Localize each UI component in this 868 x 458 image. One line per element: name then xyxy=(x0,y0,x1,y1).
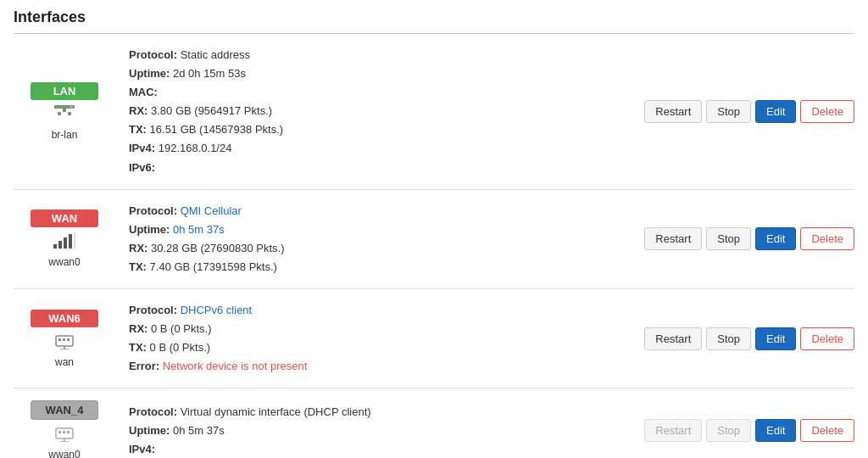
info-value: DHCPv6 client xyxy=(181,304,253,316)
restart-button-wan6[interactable]: Restart xyxy=(644,327,702,350)
svg-rect-12 xyxy=(74,232,75,249)
info-value: 7.40 GB (17391598 Pkts.) xyxy=(150,260,277,273)
interface-info-wan4: Protocol: Virtual dynamic interface (DHC… xyxy=(129,403,631,458)
interface-badge-wan4: WAN_4 xyxy=(31,400,98,420)
info-line: Uptime: 0h 5m 37s xyxy=(129,422,631,440)
delete-button-wan6[interactable]: Delete xyxy=(800,327,854,350)
info-line: Error: Network device is not present xyxy=(129,357,631,376)
info-line: TX: 16.51 GB (14567938 Pkts.) xyxy=(129,120,631,139)
info-line: RX: 3.80 GB (9564917 Pkts.) xyxy=(129,102,631,120)
info-label: Uptime: xyxy=(129,424,173,437)
interface-badge-col-wan6: WAN6 wan xyxy=(14,310,115,368)
interface-actions-wan6: RestartStopEditDelete xyxy=(644,327,854,350)
svg-rect-10 xyxy=(64,237,67,249)
info-label: TX: xyxy=(129,260,150,273)
svg-rect-11 xyxy=(69,234,72,249)
svg-rect-8 xyxy=(53,244,57,249)
info-value: Static address xyxy=(181,48,250,61)
interface-info-wan6: Protocol: DHCPv6 clientRX: 0 B (0 Pkts.)… xyxy=(129,301,631,376)
edit-button-wan[interactable]: Edit xyxy=(755,227,796,250)
svg-point-4 xyxy=(70,105,73,109)
info-value: 192.168.0.1/24 xyxy=(159,142,232,154)
info-label: Protocol: xyxy=(129,304,181,316)
interface-row-wan6: WAN6 wanProtocol: DHCPv6 clientRX: 0 B (… xyxy=(14,289,854,388)
edit-button-lan[interactable]: Edit xyxy=(755,100,796,123)
info-label: TX: xyxy=(129,341,150,354)
svg-rect-22 xyxy=(67,431,70,433)
stop-button-lan[interactable]: Stop xyxy=(706,100,751,123)
info-label: Uptime: xyxy=(129,223,173,236)
cellular-icon xyxy=(52,231,77,249)
restart-button-lan[interactable]: Restart xyxy=(644,100,702,123)
info-label: Error: xyxy=(129,360,163,372)
info-value: QMI Cellular xyxy=(181,204,242,217)
info-label: Uptime: xyxy=(129,67,173,80)
svg-rect-9 xyxy=(58,241,62,249)
interface-icon-wan6 xyxy=(52,331,77,353)
info-line: IPv6: xyxy=(129,159,631,177)
interface-info-lan: Protocol: Static addressUptime: 2d 0h 15… xyxy=(129,46,631,177)
interface-badge-col-wan4: WAN_4 wwan0 xyxy=(14,400,115,458)
interface-actions-wan: RestartStopEditDelete xyxy=(644,227,854,250)
edit-button-wan4[interactable]: Edit xyxy=(755,419,796,442)
stop-button-wan[interactable]: Stop xyxy=(706,227,751,250)
delete-button-wan[interactable]: Delete xyxy=(800,227,854,250)
info-line: MAC: xyxy=(129,83,631,102)
stop-button-wan4: Stop xyxy=(706,419,751,442)
svg-rect-21 xyxy=(63,431,65,433)
virtual-iface-icon xyxy=(52,423,77,442)
interface-icon-wan xyxy=(52,231,77,253)
interface-row-lan: LAN br-lanProtocol: Static addressUptime… xyxy=(14,34,854,190)
info-label: IPv4: xyxy=(129,443,155,455)
info-value: 3.80 GB (9564917 Pkts.) xyxy=(151,104,272,117)
info-line: TX: 7.40 GB (17391598 Pkts.) xyxy=(129,258,631,276)
info-line: RX: 30.28 GB (27690830 Pkts.) xyxy=(129,239,631,258)
info-label: Protocol: xyxy=(129,48,181,61)
svg-rect-15 xyxy=(63,338,65,341)
interface-row-wan: WAN wwan0Protocol: QMI CellularUptime: 0… xyxy=(14,190,854,289)
info-line: IPv4: xyxy=(129,440,631,458)
interface-info-wan: Protocol: QMI CellularUptime: 0h 5m 37sR… xyxy=(129,202,631,276)
info-line: TX: 0 B (0 Pkts.) xyxy=(129,338,631,357)
info-line: Uptime: 0h 5m 37s xyxy=(129,221,631,239)
interfaces-list: LAN br-lanProtocol: Static addressUptime… xyxy=(14,34,854,458)
interface-device-wan6: wan xyxy=(55,356,74,368)
stop-button-wan6[interactable]: Stop xyxy=(706,327,751,350)
interface-actions-wan4: RestartStopEditDelete xyxy=(644,419,854,442)
restart-button-wan[interactable]: Restart xyxy=(644,227,702,250)
info-label: TX: xyxy=(129,123,150,136)
svg-rect-20 xyxy=(58,431,61,433)
edit-button-wan6[interactable]: Edit xyxy=(755,327,796,350)
svg-rect-7 xyxy=(68,112,71,115)
info-value: 0 B (0 Pkts.) xyxy=(150,341,211,354)
info-line: Protocol: DHCPv6 client xyxy=(129,301,631,320)
info-value: 0h 5m 37s xyxy=(173,223,225,236)
info-value: 0 B (0 Pkts.) xyxy=(151,322,212,335)
page-title: Interfaces xyxy=(14,8,854,26)
svg-point-3 xyxy=(63,105,66,109)
info-line: Protocol: QMI Cellular xyxy=(129,202,631,221)
info-line: Protocol: Virtual dynamic interface (DHC… xyxy=(129,403,631,422)
info-value: Network device is not present xyxy=(163,360,308,372)
interface-badge-wan6: WAN6 xyxy=(31,310,98,327)
info-label: RX: xyxy=(129,322,151,335)
info-line: RX: 0 B (0 Pkts.) xyxy=(129,320,631,338)
info-label: Protocol: xyxy=(129,204,181,217)
info-value: 2d 0h 15m 53s xyxy=(173,67,246,80)
info-label: RX: xyxy=(129,242,151,254)
interface-actions-lan: RestartStopEditDelete xyxy=(644,100,854,123)
svg-rect-6 xyxy=(58,112,61,115)
info-value: 30.28 GB (27690830 Pkts.) xyxy=(151,242,285,254)
delete-button-wan4[interactable]: Delete xyxy=(800,419,854,442)
info-line: Protocol: Static address xyxy=(129,46,631,64)
info-line: IPv4: 192.168.0.1/24 xyxy=(129,139,631,158)
info-value: 16.51 GB (14567938 Pkts.) xyxy=(150,123,284,136)
info-line: Uptime: 2d 0h 15m 53s xyxy=(129,64,631,83)
interface-badge-lan: LAN xyxy=(31,82,98,100)
interface-device-lan: br-lan xyxy=(52,129,78,141)
info-label: RX: xyxy=(129,104,151,117)
network-icon xyxy=(51,103,78,122)
delete-button-lan[interactable]: Delete xyxy=(800,100,854,123)
interface-badge-col-lan: LAN br-lan xyxy=(14,82,115,141)
interface-badge-wan: WAN xyxy=(31,209,98,227)
